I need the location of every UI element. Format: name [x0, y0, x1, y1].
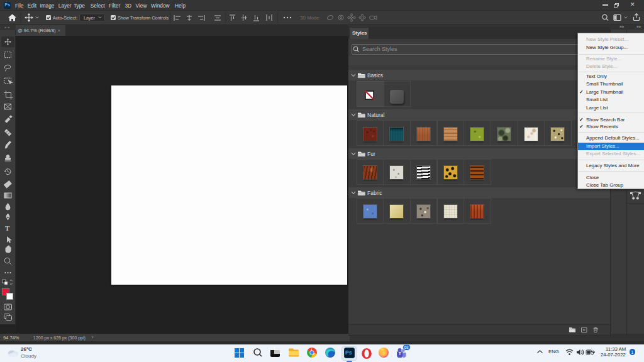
svg-text:3D Mode:: 3D Mode:	[300, 15, 320, 21]
svg-text:T: T	[399, 351, 401, 356]
